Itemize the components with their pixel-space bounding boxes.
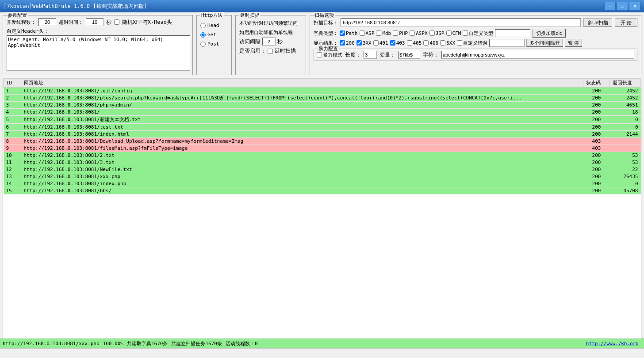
multi-query-button[interactable]: 多个间词|隔开 [526,39,563,47]
table-row[interactable]: 4 http://192.168.0.103:8081/ 200 18 [4,109,641,116]
type-aspx[interactable]: ASPX [410,30,428,36]
custom-type-input[interactable] [495,29,530,37]
result-200[interactable]: 200 [340,40,355,46]
maximize-button[interactable]: □ [617,2,628,11]
type-mdb[interactable]: Mdb [376,30,391,36]
result-5xx[interactable]: 5XX [440,40,455,46]
brute-mode-check[interactable]: 暴力模式 [317,52,342,58]
cell-id: 9 [4,145,21,152]
result-401[interactable]: 401 [373,40,388,46]
cell-id: 5 [4,116,21,124]
table-row[interactable]: 6 http://192.168.0.103:8081/test.txt 200… [4,124,641,131]
type-path[interactable]: Path [340,30,358,36]
cell-id: 13 [4,173,21,180]
type-jsp[interactable]: JSP [429,30,445,36]
title-bar: [7kbscan]WebPathBrute 1.6.0 [铸剑实战靶场内部版] … [0,0,644,12]
table-row[interactable]: 13 http://192.168.0.103:8081/xxx.php 200… [4,173,641,180]
result-3xx[interactable]: 3XX [356,40,372,46]
table-row[interactable]: 3 http://192.168.0.103:8081/phpmyadmin/ … [4,102,641,109]
type-cfm[interactable]: CFM [446,30,461,36]
target-label: 扫描目标： [314,19,338,26]
cell-status: 200 [583,102,610,109]
result-405[interactable]: 405 [407,40,422,46]
cell-url: http://192.168.0.103:8081/index.html [21,131,583,138]
cell-status: 200 [583,180,610,187]
length-input[interactable] [364,51,377,59]
cell-size: 0 [610,116,641,124]
cell-id: 4 [4,109,21,116]
table-row[interactable]: 12 http://192.168.0.103:8081/NewFile.txt… [4,166,641,173]
interval-unit: 秒 [277,38,283,46]
http-head-option[interactable]: Head [200,23,228,28]
timeout-unit: 秒 [106,19,111,26]
var-input[interactable] [398,51,420,59]
cell-size: 2452 [610,95,641,102]
result-406[interactable]: 406 [423,40,438,46]
brute-mode-checkbox[interactable] [317,52,322,57]
cell-url: http://192.168.0.103:8081/xxx.php [21,173,583,180]
cell-status: 200 [583,159,610,166]
table-row[interactable]: 8 http://192.168.0.103:8081/Download_Upl… [4,138,641,145]
cell-size: 76435 [610,173,641,180]
threads-input[interactable] [38,18,56,26]
table-row[interactable]: 5 http://192.168.0.103:8081/新建文本文档.txt 2… [4,116,641,124]
custom-error-input[interactable] [489,39,525,47]
delay-interval-row: 访问间隔 秒 [239,38,302,46]
start-button[interactable]: 开 始 [615,18,637,27]
cell-size: 0 [610,124,641,131]
cell-url: http://192.168.0.103:8081/test.txt [21,124,583,131]
col-header-url: 网页地址 [21,79,583,88]
type-label: 字典类型： [314,30,338,37]
delay-enable-checkbox[interactable] [268,49,273,54]
window-controls: — □ ✕ [604,2,640,11]
col-header-id: ID [4,79,21,88]
status-current-url: http://192.168.0.103:8081/xxx.php [3,341,100,347]
get-radio[interactable] [200,32,206,38]
table-row[interactable]: 14 http://192.168.0.103:8081/index.php 2… [4,180,641,187]
table-row[interactable]: 1 http://192.168.0.103:8081/.git/config … [4,88,641,95]
status-dict-info: 共读取字典1670条 [127,340,168,347]
result-custom-error[interactable]: 自定义错误 [457,40,487,46]
table-row[interactable]: 9 http://192.168.0.103:8081/filesMain.as… [4,145,641,152]
cell-url: http://192.168.0.103:8081/plus/search.ph… [21,95,583,102]
cell-size: 18 [610,109,641,116]
multi-url-button[interactable]: 多Url扫描 [583,18,612,27]
http-get-option[interactable]: Get [200,32,228,38]
results-table-container[interactable]: ID 网页地址 状态码 返回长度 1 http://192.168.0.103:… [3,78,641,197]
random-header-checkbox[interactable] [114,19,119,25]
pause-button[interactable]: 暂 停 [565,39,582,47]
table-row[interactable]: 7 http://192.168.0.103:8081/index.html 2… [4,131,641,138]
table-row[interactable]: 15 http://192.168.0.103:8081/bbs/ 200 45… [4,187,641,194]
table-row[interactable]: 10 http://192.168.0.103:8081/2.txt 200 5… [4,152,641,159]
table-row[interactable]: 2 http://192.168.0.103:8081/plus/search.… [4,95,641,102]
status-percent: 100.00% [103,341,123,347]
type-custom[interactable]: 自定义类型 [463,30,493,37]
http-post-option[interactable]: Post [200,41,228,47]
close-button[interactable]: ✕ [629,2,640,11]
delay-line2: 如启用自动降低为单线程 [239,29,302,36]
cell-id: 14 [4,180,21,187]
cell-status: 200 [583,187,610,194]
cell-id: 12 [4,166,21,173]
table-row[interactable]: 11 http://192.168.0.103:8081/3.txt 200 5… [4,159,641,166]
post-radio[interactable] [200,42,206,47]
head-radio[interactable] [200,23,206,28]
type-asp[interactable]: ASP [360,30,375,36]
target-input[interactable] [341,18,581,27]
timeout-input[interactable] [86,18,104,26]
website-link[interactable]: http://www.7kb.org [586,341,639,347]
interval-input[interactable] [262,38,276,46]
cell-status: 200 [583,131,610,138]
charset-input[interactable] [441,51,634,59]
delay-enable-row: 是否启用： 延时扫描 [239,47,302,55]
scan-options-label: 扫描选项 [314,12,335,19]
header-textarea[interactable] [7,35,190,71]
main-content: 参数配置 开发线程数： 超时时间： 秒 随机XFF与X-Read头 自定义Hea… [0,12,644,339]
cell-id: 2 [4,95,21,102]
result-403[interactable]: 403 [390,40,405,46]
cell-status: 200 [583,173,610,180]
delay-line1: 本功能针对过访问频繁访问 [239,20,302,27]
switch-dict-button[interactable]: 切换加载dic [532,29,566,38]
minimize-button[interactable]: — [604,2,616,11]
type-php[interactable]: PHP [393,30,408,36]
